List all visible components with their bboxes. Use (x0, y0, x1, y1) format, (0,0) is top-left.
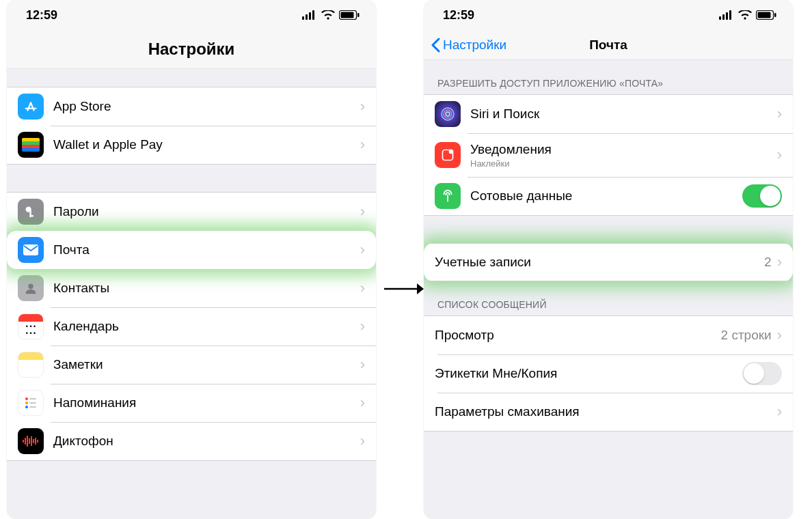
flow-arrow-icon (383, 279, 424, 299)
svg-rect-19 (25, 438, 26, 445)
contacts-icon (18, 275, 44, 301)
row-mail-highlight: Почта › (7, 231, 376, 269)
row-notifications[interactable]: Уведомления Наклейки › (424, 133, 793, 177)
chevron-right-icon: › (360, 434, 365, 449)
row-appstore[interactable]: App Store › (7, 87, 376, 126)
notifications-icon (435, 142, 461, 168)
svg-point-13 (25, 402, 28, 404)
chevron-right-icon: › (360, 357, 365, 372)
svg-rect-22 (31, 436, 32, 446)
chevron-right-icon: › (777, 404, 782, 419)
svg-rect-9 (29, 215, 33, 217)
row-preview[interactable]: Просмотр 2 строки › (424, 316, 793, 354)
svg-rect-18 (23, 440, 24, 443)
svg-rect-24 (35, 438, 36, 445)
cellular-data-icon (435, 183, 461, 209)
battery-icon (756, 10, 776, 20)
row-label: Сотовые данные (470, 188, 572, 204)
row-label: Напоминания (53, 395, 136, 410)
row-label: Этикетки Мне/Копия (435, 366, 557, 381)
row-accounts[interactable]: Учетные записи 2 › (424, 243, 793, 281)
row-reminders[interactable]: Напоминания › (7, 384, 376, 422)
svg-rect-32 (774, 13, 776, 17)
preview-detail: 2 строки (721, 328, 772, 343)
svg-rect-6 (357, 13, 360, 17)
svg-point-34 (444, 110, 452, 118)
row-siri[interactable]: Siri и Поиск › (424, 95, 793, 133)
row-swipe[interactable]: Параметры смахивания › (424, 393, 793, 431)
svg-rect-1 (306, 14, 308, 20)
svg-rect-31 (758, 12, 771, 18)
svg-rect-3 (312, 10, 314, 20)
svg-rect-0 (302, 16, 304, 20)
row-label: Почта (53, 242, 90, 257)
chevron-right-icon: › (360, 99, 365, 114)
page-title: Настройки (7, 30, 376, 69)
status-time: 12:59 (26, 8, 57, 23)
status-bar: 12:59 (424, 0, 793, 30)
row-notes[interactable]: Заметки › (7, 346, 376, 384)
chevron-right-icon: › (777, 328, 782, 343)
settings-screen: 12:59 Настройки App Store › Wallet и App… (7, 0, 376, 519)
svg-rect-2 (309, 12, 311, 20)
status-icons (719, 10, 776, 20)
cellular-icon (719, 10, 734, 20)
chevron-right-icon: › (360, 281, 365, 296)
chevron-right-icon: › (777, 107, 782, 122)
page-title: Почта (424, 38, 793, 53)
section-header-list: СПИСОК СООБЩЕНИЙ (424, 281, 793, 315)
row-contacts[interactable]: Контакты › (7, 269, 376, 307)
group-accounts: Учетные записи 2 › (424, 243, 793, 281)
cellular-toggle[interactable] (742, 184, 782, 208)
row-label: Заметки (53, 357, 103, 372)
mail-icon (18, 237, 44, 263)
settings-group-apps: Пароли › Почта › Контакты (7, 192, 376, 461)
chevron-right-icon: › (777, 255, 782, 270)
mail-settings-screen: 12:59 Настройки Почта РАЗРЕШИТЬ ДОСТУП П… (424, 0, 793, 519)
svg-rect-15 (29, 398, 36, 399)
status-bar: 12:59 (7, 0, 376, 30)
svg-rect-21 (29, 438, 30, 444)
row-passwords[interactable]: Пароли › (7, 193, 376, 231)
svg-rect-26 (719, 16, 721, 20)
section-header-access: РАЗРЕШИТЬ ДОСТУП ПРИЛОЖЕНИЮ «ПОЧТА» (424, 60, 793, 94)
row-label: Пароли (53, 204, 99, 219)
chevron-right-icon: › (360, 137, 365, 152)
reminders-icon (18, 390, 44, 416)
svg-rect-16 (29, 402, 36, 404)
chevron-right-icon: › (360, 242, 365, 257)
row-label: App Store (53, 99, 111, 114)
row-label: Диктофон (53, 434, 113, 449)
row-voicememo[interactable]: Диктофон › (7, 422, 376, 460)
group-message-list: Просмотр 2 строки › Этикетки Мне/Копия П… (424, 315, 793, 432)
svg-point-37 (449, 150, 454, 154)
labels-toggle[interactable] (742, 362, 782, 385)
settings-group-store: App Store › Wallet и Apple Pay › (7, 87, 376, 165)
chevron-right-icon: › (360, 395, 365, 410)
svg-point-11 (28, 284, 33, 289)
svg-rect-23 (33, 439, 34, 443)
row-cellular[interactable]: Сотовые данные (424, 177, 793, 215)
svg-rect-5 (341, 12, 354, 18)
battery-icon (339, 10, 360, 20)
row-calendar[interactable]: • • •• • • Календарь › (7, 307, 376, 346)
svg-rect-27 (722, 14, 725, 20)
svg-rect-20 (27, 436, 28, 447)
row-label: Уведомления (470, 142, 552, 157)
notes-icon (18, 352, 44, 378)
svg-rect-28 (726, 12, 728, 20)
wallet-icon (18, 132, 44, 158)
row-labels[interactable]: Этикетки Мне/Копия (424, 354, 793, 393)
row-label: Календарь (53, 319, 119, 334)
wifi-icon (738, 10, 752, 20)
row-mail[interactable]: Почта › (7, 231, 376, 269)
row-label: Параметры смахивания (435, 404, 580, 419)
group-access: Siri и Поиск › Уведомления Наклейки › (424, 94, 793, 216)
appstore-icon (18, 94, 44, 120)
svg-point-12 (25, 397, 28, 400)
row-wallet[interactable]: Wallet и Apple Pay › (7, 126, 376, 164)
status-icons (302, 10, 360, 20)
wifi-icon (321, 10, 335, 20)
svg-rect-17 (29, 406, 36, 408)
row-label: Контакты (53, 281, 109, 296)
